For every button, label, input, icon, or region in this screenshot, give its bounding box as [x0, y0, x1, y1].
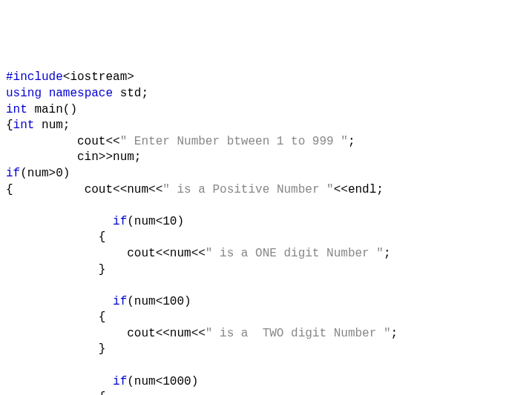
text-cout: cout<<num<<: [13, 183, 163, 196]
header-name: <iostream>: [63, 70, 134, 84]
brace-close: }: [6, 342, 105, 356]
text-pad: [6, 215, 113, 228]
keyword-include: #include: [6, 70, 63, 84]
brace-open: {: [6, 119, 13, 132]
text-semi: ;: [348, 135, 355, 148]
text-pad: [6, 295, 113, 308]
text-pad: [6, 375, 113, 388]
text-num-decl: num;: [34, 119, 70, 132]
text-cond: (num<10): [127, 215, 184, 228]
text-main: main(): [27, 103, 77, 116]
text-semi: ;: [390, 327, 398, 340]
keyword-if: if: [113, 295, 127, 308]
keyword-if: if: [113, 215, 127, 228]
brace-open: {: [6, 311, 105, 324]
keyword-if: if: [113, 375, 127, 388]
text-cond: (num<1000): [127, 375, 198, 388]
text-cin: cin>>num;: [6, 150, 141, 164]
brace-open: {: [6, 230, 105, 244]
brace-open: {: [6, 391, 105, 395]
text-endl: <<endl;: [334, 183, 384, 196]
keyword-namespace: namespace: [49, 87, 113, 100]
string-literal: " is a TWO digit Number ": [206, 327, 391, 340]
text-semi: ;: [384, 247, 391, 260]
text-cond: (num<100): [127, 295, 191, 308]
brace-open: {: [6, 183, 13, 196]
text-cout: cout<<num<<: [6, 327, 206, 340]
text-cout: cout<<: [6, 135, 120, 148]
keyword-int: int: [6, 103, 27, 116]
text-cond: (num>0): [20, 167, 70, 180]
text-std: std;: [113, 87, 148, 100]
keyword-if: if: [6, 167, 20, 180]
keyword-using: using: [6, 87, 42, 100]
string-literal: " Enter Number btween 1 to 999 ": [120, 135, 348, 148]
keyword-int: int: [13, 119, 35, 132]
space: [42, 87, 49, 100]
string-literal: " is a ONE digit Number ": [206, 247, 384, 260]
brace-close: }: [6, 263, 105, 276]
string-literal: " is a Positive Number ": [162, 183, 333, 196]
text-cout: cout<<num<<: [6, 247, 206, 260]
code-listing: #include<iostream> using namespace std; …: [6, 70, 526, 395]
